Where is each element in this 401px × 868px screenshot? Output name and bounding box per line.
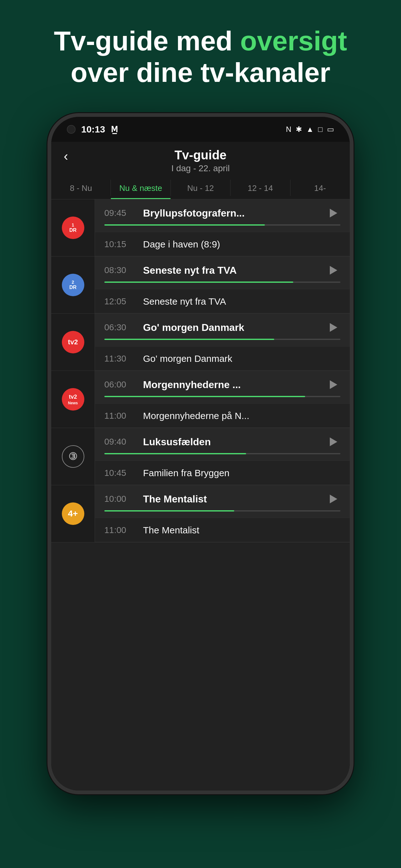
logo-tv2news: tv2 News <box>62 388 84 410</box>
dr1-next-time: 10:15 <box>104 239 136 249</box>
hero-line2: over dine tv-kanaler <box>71 57 330 88</box>
channel-logo-3: ③ <box>51 428 95 485</box>
dr1-programs: 09:45 Bryllupsfotografern... <box>95 199 350 256</box>
tv2news-progress-fill <box>104 396 305 397</box>
channel-tv2news: tv2 News 06:00 Morgennyhederne ... <box>51 371 350 428</box>
ch3-programs: 09:40 Luksusfælden <box>95 428 350 485</box>
status-left: 10:13 M̲ <box>67 124 118 135</box>
dr1-current-title: Bryllupsfotografern... <box>143 208 244 219</box>
dr1-current-time: 09:45 <box>104 208 136 218</box>
wifi-icon: ▲ <box>306 125 314 134</box>
status-bar: 10:13 M̲ N ✱ ▲ □ ▭ <box>51 117 350 142</box>
ch3-program-current[interactable]: 09:40 Luksusfælden <box>95 428 350 461</box>
logo-tv2: tv2 <box>62 331 84 353</box>
tv2-program-next[interactable]: 11:30 Go' morgen Danmark <box>95 346 350 371</box>
ch3-program-next[interactable]: 10:45 Familien fra Bryggen <box>95 461 350 485</box>
mail-icon: M̲ <box>111 125 118 134</box>
tv2-play-button[interactable] <box>327 320 340 334</box>
dr1-progress-fill <box>104 224 265 226</box>
channel-tv2: tv2 06:30 Go' morgen Danmark <box>51 314 350 371</box>
dr1-play-button[interactable] <box>327 206 340 220</box>
dr2-program-current[interactable]: 08:30 Seneste nyt fra TVA <box>95 256 350 289</box>
dr2-next-title: Seneste nyt fra TVA <box>143 296 226 307</box>
4plus-program-current[interactable]: 10:00 The Mentalist <box>95 485 350 518</box>
hero-section: Tv-guide med oversigt over dine tv-kanal… <box>0 0 401 107</box>
4plus-progress-bar <box>104 510 340 512</box>
4plus-next-title: The Mentalist <box>143 525 199 535</box>
battery-icon: ▭ <box>327 125 334 134</box>
tv2news-program-next[interactable]: 11:00 Morgennyhederne på N... <box>95 404 350 428</box>
tab-12-14[interactable]: 12 - 14 <box>231 177 290 199</box>
4plus-play-button[interactable] <box>327 492 340 506</box>
hero-accent: oversigt <box>240 25 347 56</box>
4plus-current-title: The Mentalist <box>143 493 207 505</box>
ch3-current-time: 09:40 <box>104 437 136 447</box>
tv2news-program-current[interactable]: 06:00 Morgennyhederne ... <box>95 371 350 404</box>
play-icon <box>330 266 337 275</box>
dr2-progress-fill <box>104 281 293 283</box>
channel-list: 1 DR 09:45 Bryllupsfotografern... <box>51 199 350 790</box>
hero-title: Tv-guide med oversigt over dine tv-kanal… <box>19 25 382 88</box>
ch3-progress-fill <box>104 453 246 454</box>
tv2-program-current[interactable]: 06:30 Go' morgen Danmark <box>95 314 350 346</box>
dr2-current-time: 08:30 <box>104 265 136 275</box>
channel-logo-tv2news: tv2 News <box>51 371 95 428</box>
dr2-program-next[interactable]: 12:05 Seneste nyt fra TVA <box>95 289 350 313</box>
play-icon <box>330 380 337 389</box>
tab-nu-naeste[interactable]: Nu & næste <box>111 177 170 199</box>
dr2-current-title: Seneste nyt fra TVA <box>143 265 237 276</box>
status-right: N ✱ ▲ □ ▭ <box>286 125 334 134</box>
bluetooth-icon: ✱ <box>296 125 302 134</box>
tv2news-current-time: 06:00 <box>104 380 136 390</box>
side-button <box>352 242 354 279</box>
logo-4plus: 4+ <box>62 502 84 525</box>
channel-4plus: 4+ 10:00 The Mentalist <box>51 485 350 542</box>
ch3-next-time: 10:45 <box>104 468 136 478</box>
channel-logo-dr1: 1 DR <box>51 199 95 256</box>
tab-bar: 8 - Nu Nu & næste Nu - 12 12 - 14 14- <box>51 177 350 199</box>
tv2-programs: 06:30 Go' morgen Danmark <box>95 314 350 371</box>
dr2-play-button[interactable] <box>327 264 340 277</box>
logo-ch3: ③ <box>62 445 84 468</box>
channel-3: ③ 09:40 Luksusfælden <box>51 428 350 485</box>
tv2-progress-bar <box>104 339 340 340</box>
channel-logo-dr2: 2 DR <box>51 256 95 313</box>
4plus-current-time: 10:00 <box>104 494 136 504</box>
tab-14[interactable]: 14- <box>291 177 350 199</box>
ch3-progress-bar <box>104 453 340 454</box>
back-button[interactable]: ‹ <box>64 149 68 164</box>
channel-logo-4plus: 4+ <box>51 485 95 542</box>
play-icon <box>330 437 337 446</box>
tab-8-nu[interactable]: 8 - Nu <box>51 177 110 199</box>
hero-line1: Tv-guide med <box>54 25 233 56</box>
channel-dr2: 2 DR 08:30 Seneste nyt fra TVA <box>51 256 350 314</box>
page-title: Tv-guide <box>67 148 334 162</box>
logo-dr1: 1 DR <box>62 217 84 239</box>
tv2-progress-fill <box>104 339 274 340</box>
dr1-next-title: Dage i haven (8:9) <box>143 239 220 250</box>
dr2-programs: 08:30 Seneste nyt fra TVA <box>95 256 350 313</box>
tab-nu-12[interactable]: Nu - 12 <box>171 177 230 199</box>
dr2-next-time: 12:05 <box>104 297 136 307</box>
tv2-current-time: 06:30 <box>104 322 136 333</box>
play-icon <box>330 209 337 217</box>
dr1-program-next[interactable]: 10:15 Dage i haven (8:9) <box>95 232 350 256</box>
ch3-next-title: Familien fra Bryggen <box>143 468 230 478</box>
tv2news-progress-bar <box>104 396 340 397</box>
tv2-next-time: 11:30 <box>104 354 136 364</box>
play-icon <box>330 323 337 332</box>
tv2-current-title: Go' morgen Danmark <box>143 322 244 333</box>
tv2-next-title: Go' morgen Danmark <box>143 353 232 364</box>
phone-shell: 10:13 M̲ N ✱ ▲ □ ▭ ‹ Tv-guide I dag - 22… <box>47 113 354 794</box>
tv2news-next-title: Morgennyhederne på N... <box>143 410 249 421</box>
channel-logo-tv2: tv2 <box>51 314 95 371</box>
channel-dr1: 1 DR 09:45 Bryllupsfotografern... <box>51 199 350 256</box>
tv2news-play-button[interactable] <box>327 378 340 392</box>
ch3-play-button[interactable] <box>327 435 340 449</box>
4plus-program-next[interactable]: 11:00 The Mentalist <box>95 518 350 542</box>
signal-icon: □ <box>318 125 323 134</box>
play-icon <box>330 495 337 503</box>
dr1-progress-bar <box>104 224 340 226</box>
tv2news-programs: 06:00 Morgennyhederne ... <box>95 371 350 428</box>
dr1-program-current[interactable]: 09:45 Bryllupsfotografern... <box>95 199 350 232</box>
